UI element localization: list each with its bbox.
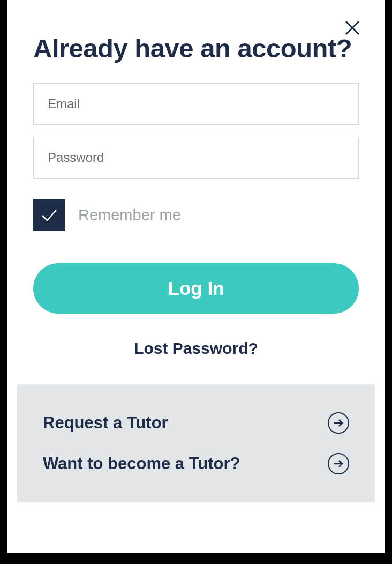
remember-me-checkbox[interactable]: Remember me [33, 199, 359, 231]
login-heading: Already have an account? [33, 32, 359, 65]
request-tutor-label: Request a Tutor [43, 413, 168, 433]
modal-body: Already have an account? Remember me Log… [7, 0, 385, 384]
check-icon [39, 205, 59, 225]
remember-label: Remember me [78, 206, 181, 224]
become-tutor-label: Want to become a Tutor? [43, 454, 240, 473]
arrow-circle-icon [328, 412, 349, 434]
login-modal: Already have an account? Remember me Log… [7, 0, 385, 553]
checkbox-box [33, 199, 65, 231]
close-button[interactable] [342, 17, 363, 39]
become-tutor-link[interactable]: Want to become a Tutor? [43, 443, 349, 484]
email-field[interactable] [33, 83, 359, 125]
login-button[interactable]: Log In [33, 263, 359, 314]
modal-footer: Request a Tutor Want to become a Tutor? [17, 384, 375, 502]
lost-password-link[interactable]: Lost Password? [33, 339, 359, 358]
close-icon [344, 19, 361, 36]
arrow-circle-icon [328, 453, 349, 474]
password-field[interactable] [33, 137, 359, 179]
request-tutor-link[interactable]: Request a Tutor [43, 403, 349, 443]
